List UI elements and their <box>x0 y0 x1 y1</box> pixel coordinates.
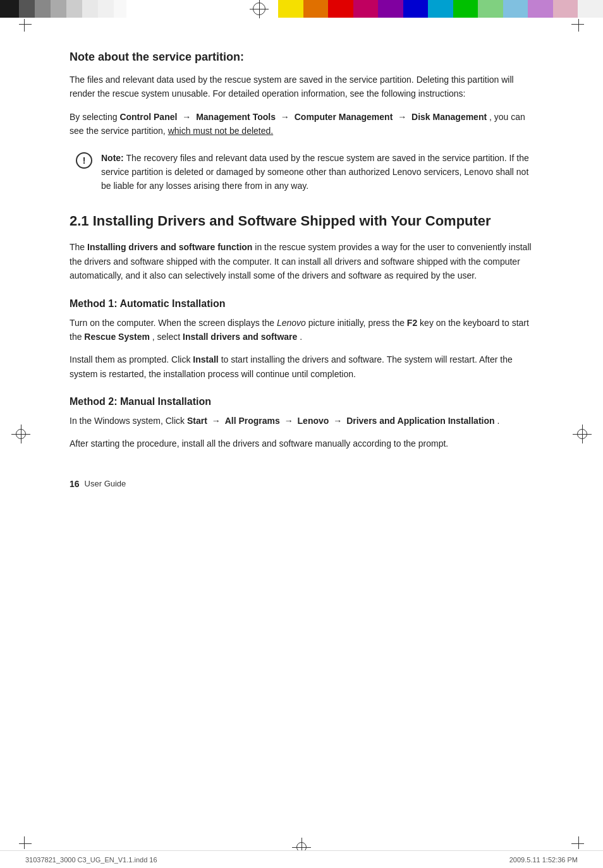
corner-mark-br <box>552 817 584 849</box>
m2p1-prefix: In the Windows system, Click <box>70 416 185 426</box>
para1-prefix: The <box>70 242 85 252</box>
grayscale-strip <box>0 0 240 18</box>
note-label: Note: <box>101 153 124 163</box>
nav-item-management-tools: Management Tools <box>196 112 276 122</box>
nav-arrow-2: → <box>281 112 289 122</box>
nav-link: which must not be deleted. <box>168 126 274 136</box>
m2p1-bold3: Lenovo <box>298 416 329 426</box>
nav-path-paragraph: By selecting Control Panel → Management … <box>70 110 533 138</box>
m2p1-bold2: All Programs <box>225 416 280 426</box>
nav-item-control-panel: Control Panel <box>119 112 177 122</box>
m1p2-prefix: Install them as prompted. Click <box>70 354 190 365</box>
m1p1-mid3: , select <box>152 332 180 342</box>
m1p1-bold1: F2 <box>407 318 417 328</box>
method2-title: Method 2: Manual Installation <box>70 396 533 407</box>
bottom-bar: 31037821_3000 C3_UG_EN_V1.1.indd 16 2009… <box>0 850 603 868</box>
bottom-left-text: 31037821_3000 C3_UG_EN_V1.1.indd 16 <box>25 856 157 864</box>
page-footer: 16 User Guide <box>70 460 533 489</box>
bottom-right-text: 2009.5.11 1:52:36 PM <box>509 856 578 864</box>
m2p1-end: . <box>497 416 499 426</box>
method2-para2: After starting the procedure, install al… <box>70 437 533 450</box>
corner-mark-tr <box>552 19 584 51</box>
page-number: 16 <box>70 479 80 489</box>
crosshair-top-center <box>240 0 278 18</box>
service-partition-title: Note about the service partition: <box>70 51 533 64</box>
installing-drivers-title: 2.1 Installing Drivers and Software Ship… <box>70 212 533 231</box>
color-strip <box>278 0 603 18</box>
m2p1-arrow2: → <box>284 416 293 426</box>
corner-mark-tl <box>19 19 51 51</box>
nav-item-disk-management: Disk Management <box>411 112 487 122</box>
m1p1-prefix: Turn on the computer. When the screen di… <box>70 318 274 328</box>
method1-title: Method 1: Automatic Installation <box>70 298 533 310</box>
top-color-bar <box>0 0 603 18</box>
corner-mark-bl <box>19 817 51 849</box>
installing-drivers-para1: The Installing drivers and software func… <box>70 240 533 282</box>
note-box: ! Note: The recovery files and relevant … <box>70 151 533 193</box>
nav-arrow-1: → <box>182 112 191 122</box>
method2-para1: In the Windows system, Click Start → All… <box>70 414 533 428</box>
m2p1-arrow1: → <box>212 416 221 426</box>
m1p1-bold3: Install drivers and software <box>183 332 297 342</box>
crosshair-right <box>573 425 592 443</box>
main-content: Note about the service partition: The fi… <box>0 0 603 527</box>
page-label: User Guide <box>85 479 126 488</box>
m1p2-bold: Install <box>193 354 218 365</box>
m1p1-bold2: Rescue System <box>84 332 150 342</box>
m2p1-arrow3: → <box>333 416 342 426</box>
m1p1-end: . <box>300 332 302 342</box>
nav-arrow-3: → <box>398 112 406 122</box>
nav-intro: By selecting <box>70 112 117 122</box>
nav-item-computer-management: Computer Management <box>295 112 393 122</box>
service-partition-para1: The files and relevant data used by the … <box>70 73 533 101</box>
note-text: The recovery files and relevant data use… <box>101 153 529 191</box>
method1-para1: Turn on the computer. When the screen di… <box>70 316 533 344</box>
m1p1-mid: picture initially, press the <box>308 318 405 328</box>
note-content: Note: The recovery files and relevant da… <box>101 151 533 193</box>
m2p1-bold1: Start <box>187 416 207 426</box>
m2p1-bold4: Drivers and Application Installation <box>346 416 494 426</box>
para1-bold: Installing drivers and software function <box>87 242 252 252</box>
method1-para2: Install them as prompted. Click Install … <box>70 353 533 381</box>
note-icon: ! <box>76 152 92 169</box>
m1p1-italic: Lenovo <box>277 318 306 328</box>
crosshair-left <box>11 425 30 443</box>
